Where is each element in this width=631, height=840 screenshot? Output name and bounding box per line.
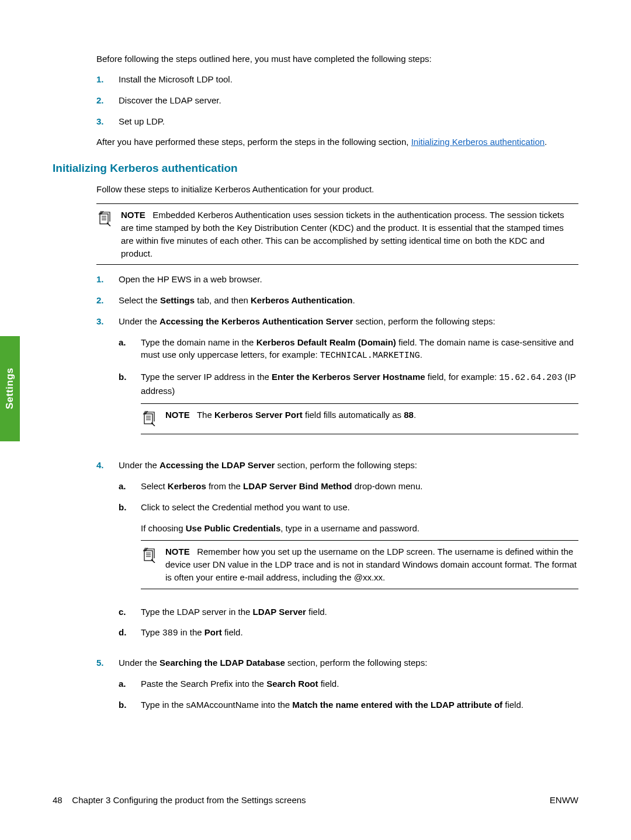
sub-item: c. Type the LDAP server in the LDAP Serv… (119, 606, 578, 618)
step-content: Under the Accessing the LDAP Server sect… (119, 459, 578, 648)
step-content: Under the Searching the LDAP Database se… (119, 656, 578, 719)
note-text: NOTE The Kerberos Server Port field fill… (165, 409, 578, 430)
side-tab-settings: Settings (0, 336, 20, 441)
sub-item: b. Click to select the Credential method… (119, 501, 578, 597)
sub-letter: c. (119, 606, 141, 618)
sub-letter: b. (119, 699, 141, 711)
sub-letter: a. (119, 677, 141, 690)
footer-right: ENWW (550, 795, 578, 805)
main-steps: 1. Open the HP EWS in a web browser. 2. … (96, 273, 578, 719)
note-icon (141, 545, 165, 583)
list-item: 2. Discover the LDAP server. (96, 94, 578, 107)
sub-letter: b. (119, 371, 141, 443)
after-text: After you have performed these steps, pe… (96, 136, 578, 148)
note-label: NOTE (165, 547, 190, 556)
sub-letter: d. (119, 626, 141, 640)
sub-item: d. Type 389 in the Port field. (119, 626, 578, 640)
page-number: 48 (53, 795, 63, 805)
chapter-title: Chapter 3 Configuring the product from t… (72, 795, 306, 805)
note-icon (96, 209, 121, 260)
svg-rect-8 (144, 551, 152, 561)
step-number: 1. (96, 73, 119, 86)
sub-paragraph: If choosing Use Public Credentials, type… (141, 522, 578, 535)
sub-item: b. Type the server IP address in the Ent… (119, 371, 578, 443)
sub-text: Type in the sAMAccountName into the Matc… (141, 699, 578, 711)
note-block: NOTE Embedded Kerberos Authentication us… (96, 203, 578, 265)
sub-list: a. Select Kerberos from the LDAP Server … (119, 480, 578, 640)
sub-item: a. Type the domain name in the Kerberos … (119, 336, 578, 363)
step-number: 5. (96, 656, 119, 719)
step-number: 4. (96, 459, 119, 648)
svg-rect-0 (100, 214, 108, 224)
sub-item: a. Paste the Search Prefix into the Sear… (119, 677, 578, 690)
list-item: 3. Under the Accessing the Kerberos Auth… (96, 315, 578, 451)
heading-intro: Follow these steps to initialize Kerbero… (96, 183, 578, 195)
list-item: 1. Open the HP EWS in a web browser. (96, 273, 578, 286)
sub-letter: a. (119, 480, 141, 493)
section-heading: Initializing Kerberos authentication (53, 162, 578, 175)
step-text: Install the Microsoft LDP tool. (119, 73, 578, 86)
sub-text: Paste the Search Prefix into the Search … (141, 677, 578, 690)
sub-text: Type the server IP address in the Enter … (141, 371, 578, 443)
page-content: Before following the steps outlined here… (0, 0, 631, 719)
step-number: 1. (96, 273, 119, 286)
list-item: 2. Select the Settings tab, and then Ker… (96, 294, 578, 307)
sub-letter: a. (119, 336, 141, 363)
sub-item: b. Type in the sAMAccountName into the M… (119, 699, 578, 711)
list-item: 1. Install the Microsoft LDP tool. (96, 73, 578, 86)
sub-list: a. Paste the Search Prefix into the Sear… (119, 677, 578, 711)
note-block: NOTE Remember how you set up the usernam… (141, 540, 578, 589)
step-number: 2. (96, 294, 119, 307)
list-item: 3. Set up LDP. (96, 115, 578, 128)
note-label: NOTE (165, 410, 190, 420)
note-text: NOTE Remember how you set up the usernam… (165, 545, 578, 583)
note-icon (141, 409, 165, 430)
sub-text: Select Kerberos from the LDAP Server Bin… (141, 480, 578, 493)
sub-item: a. Select Kerberos from the LDAP Server … (119, 480, 578, 493)
step-number: 3. (96, 115, 119, 128)
svg-rect-4 (144, 414, 152, 424)
sub-text: Click to select the Credential method yo… (141, 501, 578, 597)
note-text: NOTE Embedded Kerberos Authentication us… (121, 209, 578, 260)
side-tab-label: Settings (4, 368, 16, 409)
list-item: 5. Under the Searching the LDAP Database… (96, 656, 578, 719)
sub-text: Type the domain name in the Kerberos Def… (141, 336, 578, 363)
footer-left: 48 Chapter 3 Configuring the product fro… (53, 795, 306, 805)
page-footer: 48 Chapter 3 Configuring the product fro… (53, 795, 578, 805)
step-content: Select the Settings tab, and then Kerber… (119, 294, 578, 307)
sub-text: Type 389 in the Port field. (141, 626, 578, 640)
note-block: NOTE The Kerberos Server Port field fill… (141, 403, 578, 435)
step-content: Open the HP EWS in a web browser. (119, 273, 578, 286)
sub-letter: b. (119, 501, 141, 597)
step-content: Under the Accessing the Kerberos Authent… (119, 315, 578, 451)
list-item: 4. Under the Accessing the LDAP Server s… (96, 459, 578, 648)
pre-steps-list: 1. Install the Microsoft LDP tool. 2. Di… (96, 73, 578, 127)
intro-text: Before following the steps outlined here… (96, 53, 578, 65)
sub-list: a. Type the domain name in the Kerberos … (119, 336, 578, 443)
kerberos-link[interactable]: Initializing Kerberos authentication (411, 137, 545, 147)
step-text: Discover the LDAP server. (119, 94, 578, 107)
step-number: 2. (96, 94, 119, 107)
step-number: 3. (96, 315, 119, 451)
sub-text: Type the LDAP server in the LDAP Server … (141, 606, 578, 618)
step-text: Set up LDP. (119, 115, 578, 128)
note-label: NOTE (121, 210, 145, 220)
